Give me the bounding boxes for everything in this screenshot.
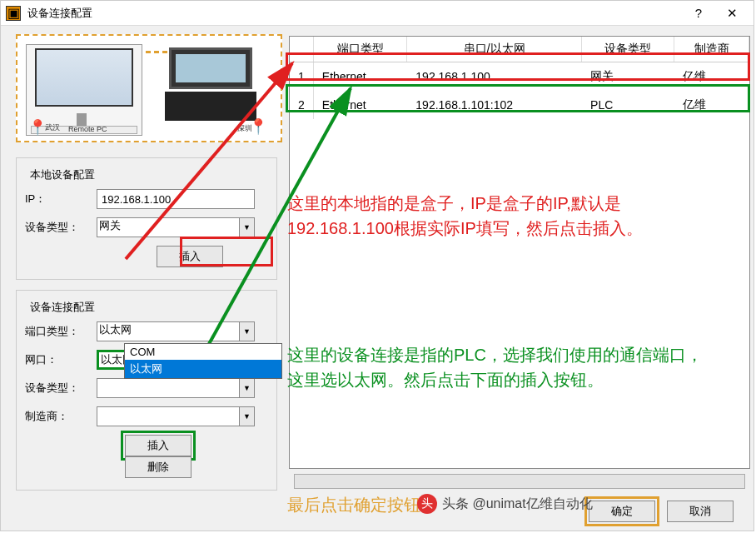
connection-fieldset: 设备连接配置 端口类型： 以太网▼ 网口： 以太网▼ 设备类型： ▼ 制造商： …: [16, 290, 277, 491]
remote-pc-graphic: 📍 武汉 Remote PC: [26, 44, 142, 136]
conn-legend: 设备连接配置: [27, 300, 98, 315]
col-type: 设备类型: [582, 37, 674, 62]
col-addr: 串口/以太网: [407, 37, 582, 62]
port-type-label: 端口类型：: [25, 324, 97, 339]
port-type-select[interactable]: 以太网▼: [97, 321, 255, 341]
app-icon: ▣: [6, 6, 21, 21]
right-panel: 端口类型 串口/以太网 设备类型 制造商 1 Ethernet 192.168.…: [284, 26, 754, 530]
local-insert-button[interactable]: 插入: [157, 246, 223, 267]
left-panel: 📍 武汉 Remote PC LAN COM 📍 深圳: [1, 26, 284, 530]
watermark: 头 头条 @unimat亿维自动化: [417, 494, 593, 514]
close-button[interactable]: ✕: [715, 2, 749, 25]
local-legend: 本地设备配置: [27, 167, 98, 182]
ip-input[interactable]: [97, 189, 255, 209]
device-table: 端口类型 串口/以太网 设备类型 制造商 1 Ethernet 192.168.…: [289, 36, 750, 469]
chevron-down-icon: ▼: [239, 322, 254, 341]
chevron-down-icon: ▼: [239, 407, 254, 426]
conn-delete-button[interactable]: 删除: [125, 456, 191, 478]
help-button[interactable]: ?: [682, 2, 715, 25]
content-area: 📍 武汉 Remote PC LAN COM 📍 深圳: [1, 26, 754, 530]
table-header-row: 端口类型 串口/以太网 设备类型 制造商: [290, 37, 749, 62]
device-type-select[interactable]: 网关▼: [97, 217, 255, 237]
diagram-right-city: 深圳: [237, 123, 252, 134]
annotation-orange: 最后点击确定按钮: [287, 492, 420, 517]
net-port-dropdown[interactable]: COM 以太网: [124, 343, 282, 379]
conn-type-label: 设备类型：: [25, 381, 97, 396]
col-maker: 制造商: [674, 37, 749, 62]
annotation-red: 这里的本地指的是盒子，IP是盒子的IP,默认是192.168.1.100根据实际…: [287, 191, 720, 241]
titlebar: ▣ 设备连接配置 ? ✕: [1, 1, 754, 26]
ok-button[interactable]: 确定: [589, 501, 655, 522]
conn-type-select[interactable]: ▼: [97, 378, 255, 398]
topology-diagram: 📍 武汉 Remote PC LAN COM 📍 深圳: [16, 34, 282, 142]
maker-label: 制造商：: [25, 409, 97, 424]
net-port-label: 网口：: [25, 352, 97, 367]
cancel-button[interactable]: 取消: [667, 501, 734, 522]
dropdown-option-com[interactable]: COM: [125, 344, 281, 360]
local-device-fieldset: 本地设备配置 IP： 设备类型： 网关▼ 插入: [16, 157, 277, 280]
chevron-down-icon: ▼: [239, 379, 254, 397]
table-row[interactable]: 1 Ethernet 192.168.1.100 网关 亿维: [290, 62, 749, 92]
watermark-text: 头条 @unimat亿维自动化: [442, 496, 593, 513]
window-title: 设备连接配置: [27, 6, 682, 21]
table-row[interactable]: 2 Ethernet 192.168.1.101:102 PLC 亿维: [290, 91, 749, 119]
horizontal-scrollbar[interactable]: [294, 474, 745, 489]
watermark-icon: 头: [417, 494, 437, 514]
maker-select[interactable]: ▼: [97, 406, 255, 426]
dropdown-option-ethernet[interactable]: 以太网: [125, 360, 281, 378]
conn-insert-button[interactable]: 插入: [125, 435, 191, 456]
col-port: 端口类型: [313, 37, 407, 62]
dialog-window: ▣ 设备连接配置 ? ✕ 📍 武汉 Remote PC: [0, 0, 754, 531]
col-num: [290, 37, 313, 62]
chevron-down-icon: ▼: [239, 218, 254, 237]
dialog-buttons: 确定 取消: [589, 501, 742, 522]
ip-label: IP：: [25, 192, 97, 207]
diagram-left-city: 武汉: [45, 122, 60, 133]
annotation-green: 这里的设备连接是指的PLC，选择我们使用的通信端口，这里选以太网。然后点击下面的…: [287, 342, 712, 392]
diagram-left-sub: Remote PC: [68, 125, 107, 133]
pin-icon: 📍: [28, 118, 47, 137]
plc-graphic: LAN COM 📍 深圳: [152, 44, 269, 136]
device-type-label: 设备类型：: [25, 220, 97, 235]
